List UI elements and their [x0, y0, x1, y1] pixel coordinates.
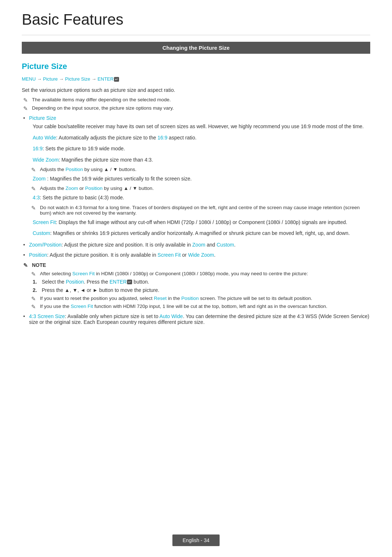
ratio-43-entry: 4:3: Sets the picture to basic (4:3) mod… [22, 194, 370, 202]
picture-size-heading: Picture Size [22, 62, 370, 71]
ratio-169b-text: : Sets the picture to 16:9 wide mode. [42, 146, 125, 151]
zoom-text: : Magnifies the 16:9 wide pictures verti… [46, 176, 192, 182]
auto-wide-text2: aspect ratio. [167, 135, 196, 141]
arrow2: → [58, 76, 65, 82]
zoom-entry: Zoom : Magnifies the 16:9 wide pictures … [22, 175, 370, 183]
note-available-items: The available items may differ depending… [22, 97, 370, 102]
picture-link: Picture [43, 76, 58, 82]
ratio-169a: 16:9 [158, 135, 167, 141]
auto-wide-text1: : Automatically adjusts the picture size… [56, 135, 158, 141]
bullet-picture-size: Picture Size [22, 115, 370, 121]
step1: 1. Select the Position. Press the ENTER↵… [22, 279, 370, 285]
body-text: Your cable box/satellite receiver may ha… [22, 122, 370, 130]
footer-badge: English - 34 [172, 534, 220, 546]
screen-fit-entry: Screen Fit: Displays the full image with… [22, 218, 370, 226]
bullet-43-screen-size: 4:3 Screen Size: Available only when pic… [22, 313, 370, 325]
step2: 2. Press the ▲, ▼, ◄ or ► button to move… [22, 287, 370, 293]
bullet-position: Position: Adjust the picture position. I… [22, 252, 370, 258]
bullet-picture-size-container: Picture Size Your cable box/satellite re… [22, 115, 370, 237]
wide-zoom-text: : Magnifies the picture size more than 4… [59, 157, 153, 163]
menu-path: MENU → Picture → Picture Size → ENTER↵ [22, 76, 370, 82]
custom-entry: Custom: Magnifies or shrinks 16:9 pictur… [22, 229, 370, 237]
enter-icon: ↵ [114, 77, 119, 82]
note-main1: After selecting Screen Fit in HDMI (1080… [22, 271, 370, 276]
enter-link: ENTER [98, 76, 114, 82]
note-label: NOTE [22, 262, 370, 268]
ratio-169b-entry: 16:9: Sets the picture to 16:9 wide mode… [22, 145, 370, 153]
ratio-43-text: : Sets the picture to basic (4:3) mode. [40, 195, 124, 200]
custom-text: : Magnifies or shrinks 16:9 pictures ver… [50, 230, 350, 236]
bullet-zoom-position: Zoom/Position: Adjust the picture size a… [22, 242, 370, 248]
intro-text: Set the various picture options such as … [22, 86, 370, 94]
picture-size-link: Picture Size [65, 76, 90, 82]
custom-label: Custom [33, 230, 50, 236]
wide-zoom-label: Wide Zoom [33, 157, 59, 163]
screen-fit-text: : Displays the full image without any cu… [56, 219, 347, 225]
zoom-note: Adjusts the Zoom or Position by using ▲ … [22, 186, 370, 191]
enter-icon-step1: ↵ [127, 280, 132, 284]
ratio-43-note: Do not watch in 4:3 format for a long ti… [22, 205, 370, 216]
wide-zoom-note: Adjusts the Position by using ▲ / ▼ butt… [22, 167, 370, 172]
ratio-169b: 16:9 [33, 146, 42, 151]
wide-zoom-entry: Wide Zoom: Magnifies the picture size mo… [22, 156, 370, 164]
menu-link: MENU [22, 76, 36, 82]
bullet-zoom-position-container: Zoom/Position: Adjust the picture size a… [22, 242, 370, 248]
zoom-label: Zoom [33, 176, 46, 182]
note-input-source: Depending on the input source, the pictu… [22, 105, 370, 111]
bullet-43-screen-size-container: 4:3 Screen Size: Available only when pic… [22, 313, 370, 325]
screen-fit-label: Screen Fit [33, 219, 56, 225]
page-title: Basic Features [22, 11, 370, 28]
footer: English - 34 [0, 534, 392, 546]
auto-wide-entry: Auto Wide: Automatically adjusts the pic… [22, 134, 370, 142]
ratio-43-label: 4:3 [33, 195, 40, 200]
arrow1: → [36, 76, 43, 82]
auto-wide-label: Auto Wide [33, 135, 56, 141]
arrow3: → [90, 76, 98, 82]
bullet-position-container: Position: Adjust the picture position. I… [22, 252, 370, 258]
note-reset: If you want to reset the position you ad… [22, 296, 370, 301]
note-screen-fit-720p: If you use the Screen Fit function with … [22, 304, 370, 309]
section-header: Changing the Picture Size [22, 42, 370, 54]
